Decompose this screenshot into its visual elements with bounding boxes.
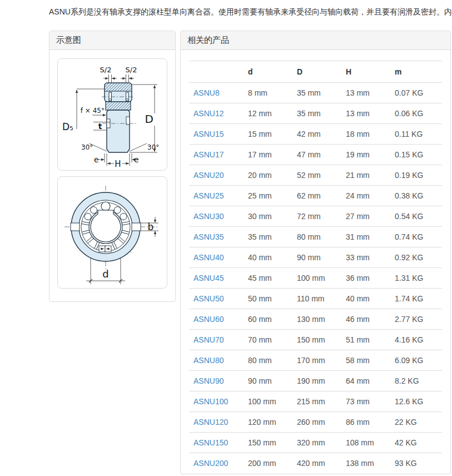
product-D-cell: 320 mm (292, 433, 341, 453)
product-D-cell: 260 mm (292, 412, 341, 433)
product-name-cell: ASNU80 (189, 350, 244, 371)
product-link[interactable]: ASNU15 (193, 130, 223, 138)
label-s2-right: S/2 (126, 66, 137, 74)
table-row: ASNU8 8 mm 35 mm 13 mm 0.07 KG (189, 83, 442, 103)
product-D-cell: 215 mm (292, 391, 341, 412)
table-row: ASNU25 25 mm 62 mm 24 mm 0.38 KG (189, 186, 442, 206)
product-m-cell: 22 KG (390, 412, 442, 433)
product-D-cell: 62 mm (292, 186, 341, 206)
product-link[interactable]: ASNU17 (193, 150, 223, 159)
table-row: ASNU17 17 mm 47 mm 19 mm 0.15 KG (189, 145, 442, 165)
table-row: ASNU50 50 mm 110 mm 40 mm 1.74 KG (189, 289, 442, 309)
col-header-D: D (292, 61, 341, 83)
product-H-cell: 31 mm (341, 227, 390, 247)
product-link[interactable]: ASNU60 (193, 315, 223, 324)
product-link[interactable]: ASNU70 (193, 335, 223, 344)
product-m-cell: 0.07 KG (390, 83, 442, 103)
front-view-diagram: b d (58, 177, 167, 288)
product-name-cell: ASNU20 (189, 165, 244, 186)
label-h: H (115, 159, 121, 169)
label-deg-right: 30° (147, 143, 159, 151)
table-row: ASNU15 15 mm 42 mm 18 mm 0.11 KG (189, 124, 442, 145)
product-link[interactable]: ASNU200 (193, 459, 228, 468)
table-row: ASNU80 80 mm 170 mm 58 mm 6.09 KG (189, 350, 442, 371)
product-m-cell: 1.74 KG (390, 289, 442, 309)
product-d-cell: 70 mm (244, 330, 292, 350)
product-H-cell: 138 mm (341, 453, 390, 474)
table-row: ASNU60 60 mm 130 mm 46 mm 2.77 KG (189, 309, 442, 330)
table-row: ASNU100 100 mm 215 mm 73 mm 12.6 KG (189, 391, 442, 412)
product-name-cell: ASNU40 (189, 247, 244, 268)
product-H-cell: 13 mm (341, 83, 390, 103)
product-link[interactable]: ASNU30 (193, 212, 223, 221)
product-m-cell: 8.2 KG (390, 371, 442, 391)
product-link[interactable]: ASNU45 (193, 274, 223, 282)
product-m-cell: 2.77 KG (390, 309, 442, 330)
product-name-cell: ASNU25 (189, 186, 244, 206)
product-m-cell: 0.74 KG (390, 227, 442, 247)
table-row: ASNU150 150 mm 320 mm 108 mm 42 KG (189, 433, 442, 453)
product-name-cell: ASNU35 (189, 227, 244, 247)
product-H-cell: 13 mm (341, 103, 390, 124)
product-H-cell: 21 mm (341, 165, 390, 186)
product-D-cell: 170 mm (292, 350, 341, 371)
product-m-cell: 0.06 KG (390, 103, 442, 124)
product-link[interactable]: ASNU100 (193, 397, 228, 406)
products-table: d D H m ASNU8 8 mm 35 mm 13 mm 0.07 KG A… (189, 61, 442, 473)
product-link[interactable]: ASNU90 (193, 376, 223, 385)
table-row: ASNU200 200 mm 420 mm 138 mm 93 KG (189, 453, 442, 474)
product-m-cell: 1.31 KG (390, 268, 442, 289)
product-name-cell: ASNU60 (189, 309, 244, 330)
product-D-cell: 80 mm (292, 227, 341, 247)
label-s2-left: S/2 (100, 66, 112, 74)
product-link[interactable]: ASNU20 (193, 171, 223, 180)
label-d5: D₅ (62, 121, 73, 132)
product-name-cell: ASNU12 (189, 103, 244, 124)
product-m-cell: 0.19 KG (390, 165, 442, 186)
product-D-cell: 190 mm (292, 371, 341, 391)
product-d-cell: 200 mm (244, 453, 292, 474)
label-d: d (102, 268, 108, 280)
label-b: b (148, 221, 154, 232)
product-name-cell: ASNU100 (189, 391, 244, 412)
product-D-cell: 47 mm (292, 145, 341, 165)
table-header-row: d D H m (189, 61, 442, 83)
product-d-cell: 50 mm (244, 289, 292, 309)
product-D-cell: 35 mm (292, 103, 341, 124)
product-D-cell: 35 mm (292, 83, 341, 103)
product-link[interactable]: ASNU25 (193, 191, 223, 200)
product-m-cell: 93 KG (390, 453, 442, 474)
product-link[interactable]: ASNU40 (193, 253, 223, 262)
table-row: ASNU40 40 mm 90 mm 33 mm 0.92 KG (189, 247, 442, 268)
product-d-cell: 35 mm (244, 227, 292, 247)
product-name-cell: ASNU90 (189, 371, 244, 391)
product-D-cell: 100 mm (292, 268, 341, 289)
front-view-image-box: b d (57, 176, 167, 289)
product-H-cell: 86 mm (341, 412, 390, 433)
product-m-cell: 4.16 KG (390, 330, 442, 350)
product-link[interactable]: ASNU50 (193, 294, 223, 303)
table-row: ASNU90 90 mm 190 mm 64 mm 8.2 KG (189, 371, 442, 391)
product-link[interactable]: ASNU8 (193, 88, 220, 97)
product-link[interactable]: ASNU12 (193, 109, 223, 118)
product-name-cell: ASNU45 (189, 268, 244, 289)
cross-section-diagram: S/2 S/2 f × 45° D₅ t 30° 30° e e H D (58, 59, 167, 170)
cross-section-image-box: S/2 S/2 f × 45° D₅ t 30° 30° e e H D (57, 58, 167, 171)
product-name-cell: ASNU200 (189, 453, 244, 474)
front-view-geometry (64, 186, 159, 271)
product-link[interactable]: ASNU35 (193, 232, 223, 241)
product-link[interactable]: ASNU80 (193, 356, 223, 365)
table-row: ASNU70 70 mm 150 mm 51 mm 4.16 KG (189, 330, 442, 350)
product-H-cell: 46 mm (341, 309, 390, 330)
product-link[interactable]: ASNU150 (193, 438, 228, 447)
product-H-cell: 18 mm (341, 124, 390, 145)
diagram-panel: 示意图 (49, 31, 176, 302)
product-D-cell: 90 mm (292, 247, 341, 268)
product-D-cell: 420 mm (292, 453, 341, 474)
product-H-cell: 27 mm (341, 206, 390, 227)
product-name-cell: ASNU17 (189, 145, 244, 165)
product-link[interactable]: ASNU120 (193, 418, 228, 427)
product-D-cell: 110 mm (292, 289, 341, 309)
product-H-cell: 108 mm (341, 433, 390, 453)
diagram-panel-body: S/2 S/2 f × 45° D₅ t 30° 30° e e H D (49, 50, 175, 302)
